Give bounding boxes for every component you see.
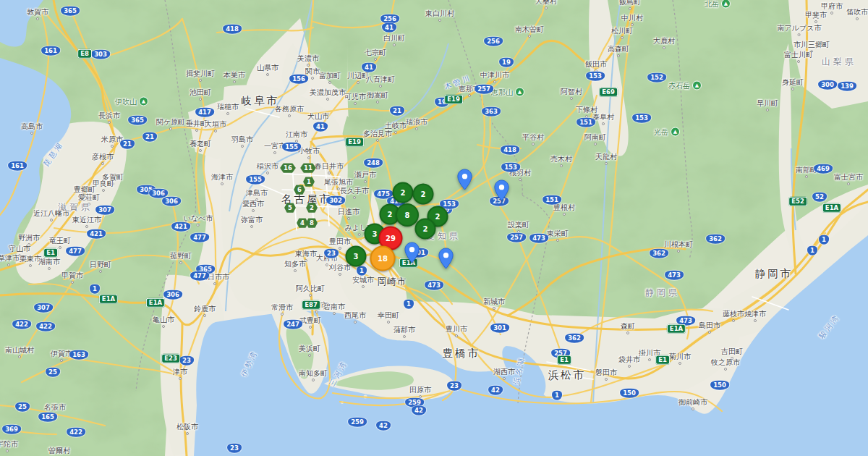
cluster-marker[interactable]: 2 <box>413 184 434 205</box>
pin-icon <box>438 248 454 269</box>
pin-icon <box>457 169 472 190</box>
cluster-marker[interactable]: 2 <box>415 219 436 240</box>
map-canvas[interactable]: 敦賀市高島市長浜市米原市彦根市多賀町甲良町豊郷町愛荘町近江八幡市東近江市野洲市竜… <box>0 0 868 456</box>
cluster-marker[interactable]: 8 <box>396 203 419 227</box>
cluster-marker[interactable]: 3 <box>346 246 367 267</box>
pin-icon <box>404 242 420 263</box>
cluster-marker[interactable]: 18 <box>370 246 396 271</box>
pin-icon <box>494 180 509 201</box>
cluster-marker[interactable]: 2 <box>393 182 414 203</box>
